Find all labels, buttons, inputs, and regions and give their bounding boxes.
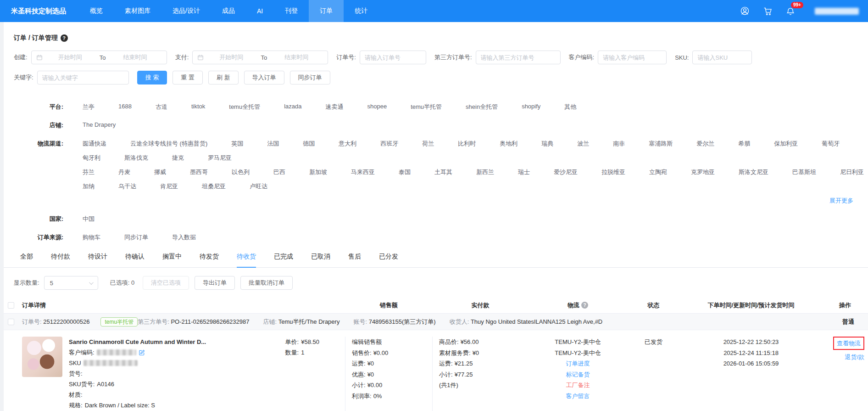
logistics-action-link[interactable]: 工厂备注 [529, 380, 627, 391]
country-option[interactable]: 中国 [83, 215, 95, 223]
platform-option[interactable]: 速卖通 [325, 103, 343, 111]
order-no-input[interactable] [360, 51, 426, 64]
channel-option[interactable]: 塞浦路斯 [649, 140, 673, 148]
nav-item[interactable]: 概览 [79, 0, 114, 22]
channel-option[interactable]: 新西兰 [476, 168, 494, 176]
channel-option[interactable]: 希腊 [738, 140, 750, 148]
channel-option[interactable]: 瑞士 [518, 168, 530, 176]
channel-option[interactable]: 拉脱维亚 [601, 168, 625, 176]
channel-option[interactable]: 巴西 [273, 168, 285, 176]
nav-item[interactable]: 订单 [309, 0, 344, 22]
channel-option[interactable]: 匈牙利 [83, 154, 100, 162]
platform-option[interactable]: shopee [367, 103, 387, 111]
clear-selected-button[interactable]: 清空已选项 [143, 276, 189, 290]
product-thumbnail[interactable] [22, 337, 62, 377]
export-order-button[interactable]: 导出订单 [195, 276, 235, 290]
edit-sales-amount[interactable]: 编辑销售额 [352, 337, 432, 348]
user-name-blurred[interactable] [815, 8, 859, 15]
nav-item[interactable]: 选品/设计 [161, 0, 211, 22]
channel-option[interactable]: 新加坡 [309, 168, 327, 176]
channel-option[interactable]: 立陶宛 [649, 168, 667, 176]
channel-option[interactable]: 爱尔兰 [696, 140, 714, 148]
status-tab[interactable]: 已分发 [379, 253, 398, 267]
end-time-placeholder[interactable]: 结束时间 [109, 53, 162, 62]
nav-item[interactable]: 刊登 [274, 0, 309, 22]
nav-item[interactable]: 素材图库 [114, 0, 161, 22]
status-tab[interactable]: 已完成 [274, 253, 293, 267]
status-tab[interactable]: 全部 [20, 253, 33, 267]
end-time-placeholder[interactable]: 结束时间 [270, 53, 323, 62]
keyword-input[interactable] [37, 71, 129, 84]
channel-option[interactable]: 马来西亚 [351, 168, 375, 176]
channel-option[interactable]: 墨西哥 [190, 168, 208, 176]
select-all-checkbox[interactable] [8, 302, 14, 309]
channel-option[interactable]: 荷兰 [422, 140, 434, 148]
status-tab[interactable]: 待发货 [200, 253, 219, 267]
search-button[interactable]: 搜 索 [137, 71, 167, 84]
platform-option[interactable]: shein全托管 [466, 103, 498, 111]
channel-option[interactable]: 云途全球专线挂号 (特惠普货) [130, 140, 207, 148]
channel-option[interactable]: 挪威 [154, 168, 166, 176]
created-date-range-picker[interactable]: 开始时间 To 结束时间 [31, 51, 167, 64]
channel-option[interactable]: 奥地利 [500, 140, 517, 148]
order-source-option[interactable]: 购物车 [83, 233, 100, 242]
channel-option[interactable]: 捷克 [172, 154, 184, 162]
platform-option[interactable]: 兰亭 [83, 103, 95, 111]
channel-option[interactable]: 土耳其 [434, 168, 452, 176]
third-party-no-input[interactable] [476, 51, 561, 64]
channel-option[interactable]: 芬兰 [83, 168, 95, 176]
status-tab[interactable]: 搁置中 [162, 253, 182, 267]
nav-item[interactable]: 成品 [211, 0, 246, 22]
logistics-action-link[interactable]: 订单进度 [529, 358, 627, 369]
channel-option[interactable]: 加纳 [83, 182, 95, 191]
platform-option[interactable]: tiktok [191, 103, 205, 111]
platform-option[interactable]: shopify [522, 103, 540, 111]
edit-icon[interactable] [139, 349, 145, 356]
channel-option[interactable]: 卢旺达 [250, 182, 267, 191]
channel-option[interactable]: 意大利 [339, 140, 356, 148]
logistics-help-icon[interactable]: ? [581, 302, 588, 309]
customer-code-input[interactable] [598, 51, 667, 64]
order-source-option[interactable]: 导入数据 [172, 233, 196, 242]
store-option[interactable]: The Drapery [83, 121, 116, 128]
channel-option[interactable]: 斯洛伐克 [124, 154, 148, 162]
channel-option[interactable]: 波兰 [577, 140, 589, 148]
page-help-icon[interactable]: ? [61, 34, 68, 42]
import-order-button[interactable]: 导入订单 [244, 71, 284, 84]
channel-option[interactable]: 西班牙 [380, 140, 398, 148]
expand-more-link[interactable]: 展开更多 [829, 197, 853, 204]
order-checkbox[interactable] [8, 319, 14, 325]
platform-option[interactable]: 其他 [564, 103, 576, 111]
reset-button[interactable]: 重 置 [172, 71, 203, 84]
order-source-option[interactable]: 同步订单 [124, 233, 148, 242]
platform-option[interactable]: temu半托管 [411, 103, 442, 111]
cart-icon[interactable] [762, 6, 773, 16]
nav-item[interactable]: 统计 [344, 0, 378, 22]
channel-option[interactable]: 丹麦 [118, 168, 130, 176]
paid-date-range-picker[interactable]: 开始时间 To 结束时间 [192, 51, 328, 64]
sync-order-button[interactable]: 同步订单 [290, 71, 330, 84]
channel-option[interactable]: 罗马尼亚 [208, 154, 232, 162]
status-tab[interactable]: 售后 [348, 253, 361, 267]
sku-input[interactable] [692, 51, 752, 64]
channel-option[interactable]: 肯尼亚 [160, 182, 178, 191]
channel-option[interactable]: 爱沙尼亚 [554, 168, 578, 176]
logistics-action-link[interactable]: 标记备货 [529, 369, 627, 380]
channel-option[interactable]: 葡萄牙 [822, 140, 840, 148]
status-tab[interactable]: 已取消 [311, 253, 330, 267]
channel-option[interactable]: 德国 [303, 140, 315, 148]
channel-option[interactable]: 英国 [231, 140, 243, 148]
batch-cancel-button[interactable]: 批量取消订单 [240, 276, 293, 290]
status-tab[interactable]: 待设计 [88, 253, 107, 267]
start-time-placeholder[interactable]: 开始时间 [205, 53, 258, 62]
start-time-placeholder[interactable]: 开始时间 [44, 53, 97, 62]
channel-option[interactable]: 比利时 [458, 140, 476, 148]
channel-option[interactable]: 圆通快递 [83, 140, 106, 148]
support-icon[interactable] [740, 6, 750, 16]
platform-option[interactable]: 古道 [156, 103, 167, 111]
channel-option[interactable]: 以色列 [232, 168, 250, 176]
logistics-action-link[interactable]: 客户留言 [529, 391, 627, 402]
refund-link[interactable]: 退货/款 [845, 352, 864, 362]
status-tab[interactable]: 待确认 [125, 253, 145, 267]
product-title[interactable]: Sanrio Cinnamoroll Cute Autumn and Winte… [69, 337, 206, 347]
